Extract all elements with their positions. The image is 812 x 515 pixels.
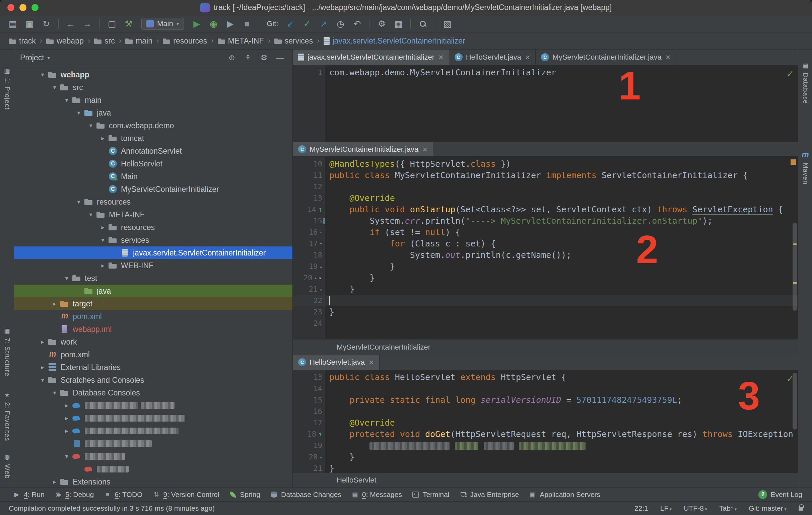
tree-row[interactable]: ▾services <box>14 234 292 246</box>
tree-row[interactable]: ▾webapp <box>14 68 292 81</box>
run-with-coverage-icon[interactable]: ▶ <box>223 18 237 30</box>
toolwindows-icon[interactable]: ▢ <box>105 18 119 30</box>
gutter[interactable]: 13 <box>293 373 325 382</box>
tree-chevron-icon[interactable]: ▾ <box>74 198 84 206</box>
tree-chevron-icon[interactable]: ▾ <box>98 236 108 244</box>
tree-row[interactable]: pom.xml <box>14 310 292 323</box>
close-tab-icon[interactable]: × <box>666 53 671 62</box>
gutter[interactable]: 19 <box>293 441 325 450</box>
settings-icon[interactable]: ⚙ <box>374 18 389 30</box>
toolwindow-button[interactable]: Terminal <box>407 488 454 501</box>
tree-row[interactable]: ▾META-INF <box>14 208 292 221</box>
locate-file-icon[interactable]: ⊕ <box>226 53 238 62</box>
editor-tab[interactable]: CMyServletContainerInitializer.java× <box>293 142 433 156</box>
close-window-button[interactable] <box>7 4 14 11</box>
tree-row[interactable]: ▾Scratches and Consoles <box>14 374 292 386</box>
tree-row[interactable]: ▾Database Consoles <box>14 386 292 399</box>
overriding-method-icon[interactable]: ↑ <box>318 205 322 213</box>
tree-chevron-icon[interactable]: ▸ <box>37 338 48 345</box>
forward-icon[interactable]: → <box>80 18 95 30</box>
gutter[interactable]: 16 <box>293 407 325 416</box>
gutter[interactable]: 15 <box>293 396 325 404</box>
tree-chevron-icon[interactable]: ▾ <box>37 376 48 384</box>
tree-chevron-icon[interactable]: ▸ <box>98 262 108 269</box>
fold-marker-icon[interactable]: ▾ <box>320 241 322 246</box>
stripe-button-database[interactable]: ▤Database <box>798 62 812 104</box>
tree-row[interactable]: ▾java <box>14 107 292 119</box>
tree-chevron-icon[interactable]: ▾ <box>74 109 84 117</box>
tree-row[interactable]: ▸ <box>14 425 292 437</box>
overriding-method-icon[interactable]: ↑ <box>318 430 322 438</box>
tree-row[interactable] <box>14 463 292 476</box>
tree-row[interactable]: AnnotationServlet <box>14 145 292 157</box>
editor-scrollbar[interactable] <box>792 373 797 430</box>
status-widget[interactable]: UTF-8 ▾ <box>684 504 707 512</box>
toolwindow-button[interactable]: ◉5: Debug <box>50 488 99 501</box>
breadcrumb-item[interactable]: webapp <box>46 36 84 46</box>
stripe-button-2-favorites[interactable]: ★2: Favorites <box>0 391 14 441</box>
tree-row[interactable]: ▾ <box>14 450 292 463</box>
tree-row[interactable]: ▸work <box>14 335 292 348</box>
code-text[interactable]: @Override <box>325 418 395 428</box>
gutter[interactable]: 10 <box>293 160 325 168</box>
fold-marker-icon[interactable]: ▾ <box>320 230 322 235</box>
collapse-all-icon[interactable]: ↟ <box>241 53 254 62</box>
gutter[interactable]: 11 <box>293 171 325 180</box>
code-text[interactable] <box>325 295 330 305</box>
editor-tab[interactable]: CMyServletContainerInitializer.java× <box>535 50 676 65</box>
close-tab-icon[interactable]: × <box>369 358 374 367</box>
toolwindow-button[interactable]: Database Changes <box>265 488 346 501</box>
run-icon[interactable]: ▶ <box>189 18 204 30</box>
stripe-button-maven[interactable]: mMaven <box>798 150 812 184</box>
tree-chevron-icon[interactable]: ▸ <box>98 134 108 142</box>
fold-marker-icon[interactable]: ▴ <box>320 264 322 269</box>
editor-pane-1[interactable]: 1com.webapp.demo.MyServletContainerIniti… <box>293 65 798 142</box>
tree-chevron-icon[interactable]: ▸ <box>62 415 72 422</box>
status-message[interactable]: Compilation completed successfully in 3 … <box>9 504 215 512</box>
code-text[interactable]: } <box>325 262 395 271</box>
panel-settings-icon[interactable]: ⚙ <box>258 53 270 62</box>
tree-chevron-icon[interactable]: ▾ <box>86 122 96 129</box>
gutter[interactable]: 23 <box>293 308 325 316</box>
hide-panel-icon[interactable]: — <box>274 53 286 62</box>
toolwindow-button[interactable]: ▤0: Messages <box>346 488 407 501</box>
code-text[interactable]: com.webapp.demo.MyServletContainerInitia… <box>325 68 556 77</box>
zoom-window-button[interactable] <box>31 4 38 11</box>
code-text[interactable]: System.err.println("----> MyServletConta… <box>325 216 713 226</box>
code-text[interactable]: public class MyServletContainerInitializ… <box>325 171 748 180</box>
gutter[interactable]: 14↑ <box>293 205 325 214</box>
status-widget[interactable]: Git: master ▾ <box>749 504 787 512</box>
editor-tab[interactable]: CHelloServlet.java× <box>293 355 380 370</box>
back-icon[interactable]: ← <box>63 18 78 30</box>
breadcrumb-item[interactable]: main <box>125 36 152 46</box>
update-project-icon[interactable]: ↙ <box>283 18 297 30</box>
tree-row[interactable]: java <box>14 284 292 297</box>
tree-row[interactable]: javax.servlet.ServletContainerInitialize… <box>14 246 292 259</box>
search-everywhere-icon[interactable] <box>415 18 430 30</box>
code-text[interactable]: protected void doGet(HttpServletRequest … <box>325 429 798 439</box>
tree-row[interactable]: HelloServlet <box>14 157 292 170</box>
tree-row[interactable]: ▸tomcat <box>14 132 292 145</box>
code-text[interactable]: if (set != null) { <box>325 228 460 237</box>
gutter[interactable]: 21▴ <box>293 285 325 293</box>
code-text[interactable]: } <box>325 273 375 283</box>
tree-chevron-icon[interactable]: ▾ <box>62 453 72 460</box>
tree-chevron-icon[interactable]: ▸ <box>62 402 72 409</box>
tree-row[interactable]: ▸resources <box>14 221 292 234</box>
stripe-button-1-project[interactable]: ▥1: Project <box>0 67 14 110</box>
status-widget[interactable]: LF ▾ <box>660 504 672 512</box>
tree-row[interactable]: Main <box>14 170 292 183</box>
chevron-down-icon[interactable]: ▾ <box>48 55 50 61</box>
gutter[interactable]: 20▴ <box>293 453 325 461</box>
fold-marker-icon[interactable]: ▴ <box>320 286 322 292</box>
breadcrumb-item[interactable]: src <box>94 36 115 46</box>
run-config-select[interactable]: Main▾ <box>141 18 184 30</box>
tree-chevron-icon[interactable]: ▸ <box>62 427 72 435</box>
title-bar[interactable]: track [~/IdeaProjects/track] - .../webap… <box>0 0 812 16</box>
pane2-breadcrumb[interactable]: MyServletContainerInitializer <box>293 339 798 355</box>
gutter[interactable]: 21 <box>293 464 325 473</box>
project-panel-title[interactable]: Project <box>20 53 44 62</box>
code-text[interactable]: public class HelloServlet extends HttpSe… <box>325 372 566 382</box>
tree-chevron-icon[interactable]: ▾ <box>50 389 60 396</box>
gutter[interactable]: 14 <box>293 385 325 393</box>
